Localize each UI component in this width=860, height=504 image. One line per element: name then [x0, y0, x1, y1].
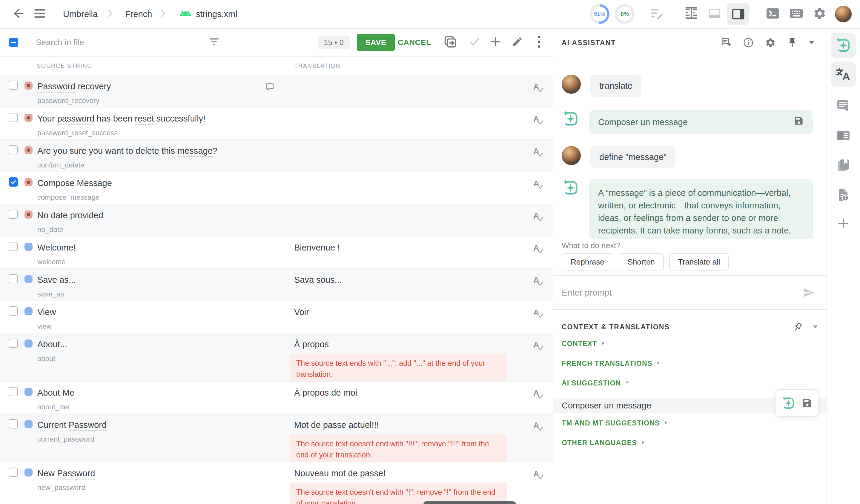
glossary-term[interactable]: Password	[69, 420, 106, 431]
spellcheck-icon[interactable]: A	[533, 115, 539, 124]
translation-cell[interactable]: À propos de moi	[294, 387, 515, 398]
breadcrumb-project[interactable]: Umbrella	[63, 9, 98, 19]
add-prompt-icon[interactable]	[720, 37, 732, 48]
table-row[interactable]: About Meabout_meÀ propos de moiA	[0, 381, 553, 414]
spellcheck-icon[interactable]: A	[533, 244, 539, 253]
spellcheck-icon[interactable]: A	[533, 341, 539, 350]
pin-icon[interactable]	[787, 37, 797, 48]
more-menu-icon[interactable]	[538, 35, 541, 49]
pin-outline-icon[interactable]	[790, 319, 806, 335]
spellcheck-icon[interactable]: A	[533, 421, 539, 430]
spellcheck-icon[interactable]: A	[533, 276, 539, 285]
translation-cell[interactable]: Voir	[294, 306, 515, 318]
add-panel-icon[interactable]	[837, 217, 850, 231]
section-header-context[interactable]: CONTEXT	[562, 334, 818, 354]
glossary-term[interactable]: Password	[57, 469, 95, 479]
chevron-down-icon[interactable]	[812, 325, 818, 329]
save-button[interactable]: SAVE	[357, 34, 395, 51]
row-checkbox[interactable]	[9, 419, 18, 429]
search-input[interactable]: Search in file	[36, 38, 84, 47]
keyboard-icon[interactable]	[790, 6, 803, 21]
row-checkbox[interactable]	[9, 274, 18, 283]
draft-edit-icon[interactable]	[650, 6, 664, 21]
row-checkbox[interactable]	[9, 306, 18, 316]
translation-cell[interactable]: Bienvenue !	[294, 242, 515, 253]
glossary-term[interactable]: reset	[135, 114, 154, 125]
spellcheck-icon[interactable]: A	[533, 308, 539, 317]
table-row[interactable]: Are you sure you want to delete this mes…	[0, 140, 553, 172]
row-checkbox[interactable]	[9, 387, 18, 396]
breadcrumb-language[interactable]: French	[125, 9, 152, 19]
menu-icon[interactable]	[34, 9, 45, 19]
table-row[interactable]: Your password has been reset successfull…	[0, 107, 553, 140]
file-info-icon[interactable]	[836, 188, 850, 204]
spellcheck-icon[interactable]: A	[533, 389, 539, 398]
glossary-term[interactable]: password	[57, 114, 94, 125]
table-row[interactable]: Compose Messagecompose_messageA	[0, 172, 553, 204]
row-checkbox[interactable]	[9, 242, 18, 251]
gear-icon[interactable]	[765, 37, 776, 48]
spellcheck-icon[interactable]: A	[533, 212, 539, 221]
table-row[interactable]: About...aboutÀ proposThe source text end…	[0, 333, 553, 381]
table-row[interactable]: New Passwordnew_passwordNouveau mot de p…	[0, 462, 553, 504]
section-header-french-translations[interactable]: FRENCH TRANSLATIONS	[562, 354, 818, 373]
row-checkbox[interactable]	[9, 81, 18, 90]
table-row[interactable]: Current Passwordcurrent_passwordMot de p…	[0, 414, 553, 462]
prompt-input[interactable]	[562, 288, 803, 298]
save-suggestion-icon[interactable]	[802, 398, 813, 408]
glossary-icon[interactable]	[836, 158, 850, 174]
source-text: Password recovery	[37, 81, 246, 92]
duplicate-icon[interactable]	[443, 35, 457, 50]
gear-icon[interactable]	[813, 6, 827, 21]
row-checkbox[interactable]	[9, 177, 18, 187]
approve-icon[interactable]	[468, 35, 481, 49]
table-row[interactable]: Save as...save_asSava sous...A	[0, 269, 553, 301]
section-header-other-languages[interactable]: OTHER LANGUAGES	[562, 433, 818, 452]
cancel-button[interactable]: CANCEL	[398, 38, 431, 47]
ai-action-button[interactable]: Shorten	[619, 253, 664, 271]
spellcheck-icon[interactable]: A	[533, 147, 539, 156]
add-string-icon[interactable]	[490, 36, 502, 49]
row-checkbox[interactable]	[9, 145, 18, 154]
filter-icon[interactable]	[209, 38, 219, 47]
bottom-panel-view-icon[interactable]	[708, 6, 721, 21]
send-icon[interactable]	[803, 287, 815, 298]
comment-icon[interactable]	[265, 83, 275, 92]
row-checkbox[interactable]	[9, 467, 18, 477]
spellcheck-icon[interactable]: A	[533, 83, 539, 92]
translate-icon[interactable]	[831, 61, 856, 87]
spellcheck-icon[interactable]: A	[533, 179, 539, 188]
table-row[interactable]: ViewviewVoirA	[0, 301, 553, 333]
ai-action-button[interactable]: Rephrase	[562, 253, 613, 271]
table-row[interactable]: Password recoverypassword_recoveryA	[0, 75, 553, 107]
translation-text: Voir	[294, 306, 515, 318]
table-row[interactable]: No date providedno_dateA	[0, 204, 553, 236]
ai-action-button[interactable]: Translate all	[669, 253, 729, 271]
article-icon[interactable]	[836, 128, 850, 144]
chevron-down-icon[interactable]	[809, 41, 815, 45]
ai-assistant-icon[interactable]	[831, 33, 856, 58]
translation-cell[interactable]: Sava sous...	[294, 274, 515, 285]
row-checkbox[interactable]	[9, 339, 18, 348]
comments-icon[interactable]	[836, 99, 850, 114]
edit-icon[interactable]	[511, 36, 523, 49]
back-icon[interactable]	[12, 8, 24, 20]
right-panel-view-icon[interactable]	[727, 3, 749, 25]
row-checkbox[interactable]	[9, 113, 18, 122]
spellcheck-icon[interactable]: A	[533, 470, 539, 479]
translation-cell[interactable]: Mot de passe actuel!!!The source text do…	[294, 419, 515, 462]
save-message-icon[interactable]	[794, 116, 804, 128]
avatar[interactable]	[835, 6, 852, 23]
info-icon[interactable]	[743, 37, 754, 48]
side-by-side-view-icon[interactable]	[685, 6, 698, 21]
terminal-icon[interactable]	[766, 6, 780, 21]
glossary-term[interactable]: Password	[37, 82, 75, 92]
row-checkbox[interactable]	[9, 210, 18, 219]
glossary-term[interactable]: message	[177, 146, 213, 157]
translation-cell[interactable]: Nouveau mot de passe!The source text doe…	[294, 467, 515, 504]
table-row[interactable]: Welcome!welcomeBienvenue !A	[0, 236, 553, 269]
translation-cell[interactable]: À proposThe source text ends with "...";…	[294, 339, 515, 381]
breadcrumb-file[interactable]: strings.xml	[196, 9, 238, 19]
select-all-checkbox[interactable]	[9, 38, 18, 47]
ai-assistant-icon[interactable]	[781, 395, 796, 411]
